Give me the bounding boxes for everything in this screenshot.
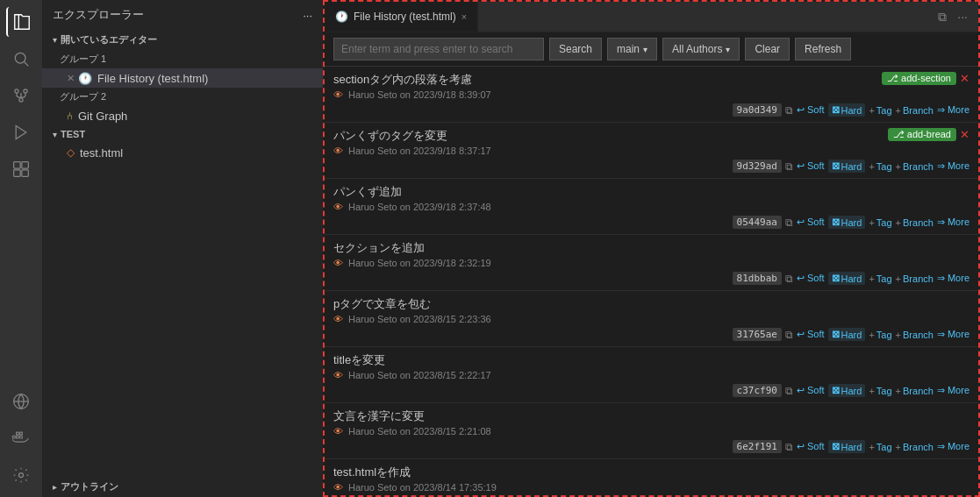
soft-reset-button[interactable]: ↩ Soft xyxy=(797,217,825,228)
commit-hash: 9d329ad xyxy=(733,160,782,173)
test-section[interactable]: ▾ TEST xyxy=(42,125,323,143)
more-actions-button[interactable]: ⇒ More xyxy=(937,104,969,116)
copy-hash-button[interactable]: ⧉ xyxy=(785,441,793,453)
commit-item: セクションを追加👁Haruo Seto on 2023/9/18 2:32:19… xyxy=(325,235,978,291)
copy-hash-button[interactable]: ⧉ xyxy=(785,104,793,117)
soft-reset-button[interactable]: ↩ Soft xyxy=(797,273,825,284)
outline-section[interactable]: ▸ アウトライン xyxy=(42,477,323,497)
split-editor-button[interactable]: ⧉ xyxy=(934,8,950,26)
more-actions-button[interactable]: ⇒ More xyxy=(937,385,969,396)
more-actions-button[interactable]: ⇒ More xyxy=(937,441,969,452)
commit-title: セクションを追加 xyxy=(333,240,969,256)
refresh-button[interactable]: Refresh xyxy=(795,38,851,60)
svg-rect-16 xyxy=(17,432,19,435)
add-tag-button[interactable]: +Tag xyxy=(869,330,891,340)
add-tag-button[interactable]: +Tag xyxy=(869,217,891,228)
hard-reset-button[interactable]: ⊠ Hard xyxy=(828,440,866,453)
soft-reset-button[interactable]: ↩ Soft xyxy=(797,441,825,452)
eye-icon: 👁 xyxy=(333,258,343,268)
copy-hash-button[interactable]: ⧉ xyxy=(785,273,793,285)
hard-reset-button[interactable]: ⊠ Hard xyxy=(828,160,866,173)
branch-dropdown-arrow: ▾ xyxy=(643,45,647,54)
group2-label[interactable]: グループ 2 xyxy=(42,88,323,106)
tag-plus-icon: + xyxy=(869,273,874,284)
add-branch-button[interactable]: +Branch xyxy=(896,105,934,116)
commit-actions: 05449aa⧉↩ Soft⊠ Hard+Tag+Branch⇒ More xyxy=(333,216,969,229)
branch-button[interactable]: main ▾ xyxy=(607,38,657,60)
branch-badge: ⎇ add-section xyxy=(882,72,956,85)
commit-author: Haruo Seto on 2023/8/15 2:23:36 xyxy=(348,314,491,324)
hard-reset-button[interactable]: ⊠ Hard xyxy=(828,384,866,397)
hard-reset-button[interactable]: ⊠ Hard xyxy=(828,328,866,341)
soft-reset-button[interactable]: ↩ Soft xyxy=(797,329,825,340)
eye-icon: 👁 xyxy=(333,89,343,100)
commit-meta: 👁Haruo Seto on 2023/8/15 2:22:17 xyxy=(333,370,969,380)
add-tag-button[interactable]: +Tag xyxy=(869,105,891,116)
open-editors-label: 開いているエディター xyxy=(61,33,157,46)
git-graph-tab[interactable]: ⑃ Git Graph xyxy=(42,106,323,125)
more-actions-button[interactable]: ⇒ More xyxy=(937,160,969,172)
soft-reset-button[interactable]: ↩ Soft xyxy=(797,385,825,396)
files-icon[interactable] xyxy=(6,7,36,37)
file-history-tab-header[interactable]: 🕐 File History (test.html) × xyxy=(325,2,478,32)
activity-bar xyxy=(0,0,42,497)
clear-button[interactable]: Clear xyxy=(745,38,790,60)
extensions-icon[interactable] xyxy=(6,154,36,184)
commit-item: パンくずのタグを変更⎇ add-bread✕👁Haruo Seto on 202… xyxy=(325,123,978,179)
open-editors-section[interactable]: ▾ 開いているエディター xyxy=(42,30,323,50)
authors-button[interactable]: All Authors ▾ xyxy=(662,38,740,60)
add-tag-button[interactable]: +Tag xyxy=(869,161,891,172)
hard-reset-button[interactable]: ⊠ Hard xyxy=(828,216,866,229)
outline-label: アウトライン xyxy=(61,480,118,493)
hard-reset-button[interactable]: ⊠ Hard xyxy=(828,103,866,117)
soft-reset-button[interactable]: ↩ Soft xyxy=(797,104,825,116)
copy-hash-button[interactable]: ⧉ xyxy=(785,329,793,341)
add-branch-button[interactable]: +Branch xyxy=(896,161,934,172)
commit-hash: 9a0d349 xyxy=(733,103,782,117)
tab-title: File History (test.html) xyxy=(354,11,456,23)
remote-icon[interactable] xyxy=(6,387,36,416)
commit-badge-wrap: ⎇ add-bread✕ xyxy=(888,128,969,141)
more-tab-actions-button[interactable]: ··· xyxy=(954,8,971,25)
search-button[interactable]: Search xyxy=(549,38,602,60)
search-icon[interactable] xyxy=(6,44,36,74)
settings-icon[interactable] xyxy=(6,460,36,490)
hard-reset-button[interactable]: ⊠ Hard xyxy=(828,272,866,285)
close-file-icon[interactable]: ✕ xyxy=(67,73,75,84)
more-actions-button[interactable]: ⇒ More xyxy=(937,273,969,284)
copy-hash-button[interactable]: ⧉ xyxy=(785,385,793,397)
tab-close-button[interactable]: × xyxy=(461,11,467,22)
add-branch-button[interactable]: +Branch xyxy=(896,273,934,284)
add-branch-button[interactable]: +Branch xyxy=(896,386,934,396)
more-actions-button[interactable]: ⇒ More xyxy=(937,329,969,340)
soft-reset-button[interactable]: ↩ Soft xyxy=(797,160,825,172)
badge-close-button[interactable]: ✕ xyxy=(960,128,969,141)
add-branch-button[interactable]: +Branch xyxy=(896,442,934,452)
commit-title: titleを変更 xyxy=(333,352,969,368)
copy-hash-button[interactable]: ⧉ xyxy=(785,217,793,229)
search-input[interactable] xyxy=(333,38,544,60)
file-history-tab[interactable]: ✕ 🕐 File History (test.html) xyxy=(42,68,323,88)
commit-author: Haruo Seto on 2023/9/18 2:37:48 xyxy=(348,202,491,212)
more-actions-button[interactable]: ⇒ More xyxy=(937,217,969,228)
add-tag-button[interactable]: +Tag xyxy=(869,273,891,284)
tag-plus-icon: + xyxy=(869,386,874,396)
source-control-icon[interactable] xyxy=(6,81,36,110)
commit-author: Haruo Seto on 2023/9/18 8:39:07 xyxy=(348,89,491,100)
add-branch-button[interactable]: +Branch xyxy=(896,217,934,228)
docker-icon[interactable] xyxy=(6,423,36,453)
sidebar-more-button[interactable]: ··· xyxy=(303,9,312,22)
add-tag-button[interactable]: +Tag xyxy=(869,386,891,396)
branch-plus-icon: + xyxy=(896,330,901,340)
copy-hash-button[interactable]: ⧉ xyxy=(785,160,793,173)
file-history-name: File History (test.html) xyxy=(97,72,208,85)
add-tag-button[interactable]: +Tag xyxy=(869,442,891,452)
svg-rect-14 xyxy=(17,436,19,438)
commit-actions: 6e2f191⧉↩ Soft⊠ Hard+Tag+Branch⇒ More xyxy=(333,440,969,453)
git-graph-icon: ⑃ xyxy=(67,110,73,122)
add-branch-button[interactable]: +Branch xyxy=(896,330,934,340)
test-html-item[interactable]: ◇ test.html xyxy=(42,143,323,162)
badge-close-button[interactable]: ✕ xyxy=(960,72,969,85)
group1-label[interactable]: グループ 1 xyxy=(42,50,323,68)
debug-icon[interactable] xyxy=(6,117,36,147)
